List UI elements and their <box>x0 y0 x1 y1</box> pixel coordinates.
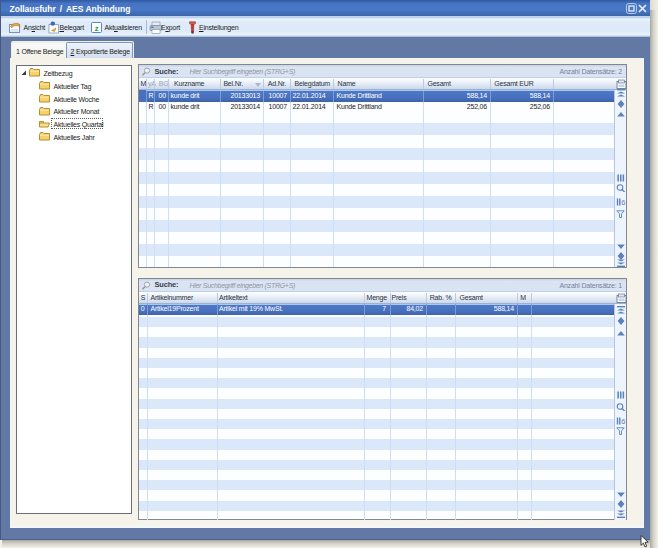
svg-text:6: 6 <box>621 417 625 425</box>
svg-text:6: 6 <box>621 198 625 206</box>
svg-text:z: z <box>95 24 99 33</box>
